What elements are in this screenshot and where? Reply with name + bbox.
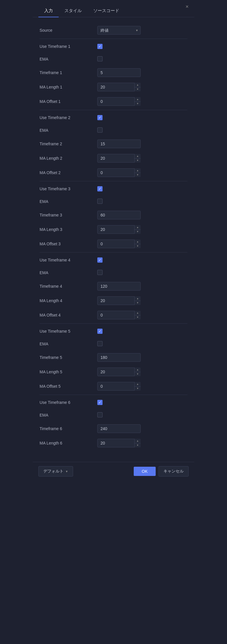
divider-2 <box>40 110 187 110</box>
use-timeframe3-checkbox[interactable]: ✓ <box>97 186 103 191</box>
ma-offset3-spinner-btns: ▲ ▼ <box>134 240 141 248</box>
divider-5 <box>40 323 187 324</box>
ema4-row: EMA <box>40 266 187 279</box>
ma-length3-spinner: ▲ ▼ <box>97 225 141 234</box>
divider-6 <box>40 395 187 395</box>
ma-offset1-row: MA Offset 1 ▲ ▼ <box>40 94 187 109</box>
ma-offset3-down-button[interactable]: ▼ <box>135 244 141 248</box>
ma-length1-control: ▲ ▼ <box>97 83 187 91</box>
ma-offset2-spinner-btns: ▲ ▼ <box>134 168 141 177</box>
timeframe6-input[interactable] <box>97 424 141 433</box>
ma-length3-spinner-btns: ▲ ▼ <box>134 225 141 234</box>
ma-offset4-spinner: ▲ ▼ <box>97 311 141 319</box>
ma-offset1-up-button[interactable]: ▲ <box>135 97 141 102</box>
ma-offset1-label: MA Offset 1 <box>40 99 97 104</box>
ema6-checkbox[interactable] <box>97 412 103 417</box>
ma-length3-down-button[interactable]: ▼ <box>135 230 141 234</box>
use-timeframe3-label: Use Timeframe 3 <box>40 187 97 191</box>
ma-length5-label: MA Length 5 <box>40 370 97 374</box>
ma-offset3-control: ▲ ▼ <box>97 240 187 248</box>
ma-length6-control: ▲ ▼ <box>97 439 187 447</box>
ma-offset5-down-button[interactable]: ▼ <box>135 387 141 391</box>
ma-length2-spinner-btns: ▲ ▼ <box>134 154 141 163</box>
use-timeframe4-checkbox[interactable]: ✓ <box>97 257 103 263</box>
ema4-checkbox[interactable] <box>97 270 103 275</box>
timeframe2-input[interactable] <box>97 140 141 148</box>
checkmark-icon: ✓ <box>98 401 101 404</box>
checkmark-icon: ✓ <box>98 116 101 119</box>
ok-button[interactable]: OK <box>134 467 156 476</box>
ma-length1-spinner: ▲ ▼ <box>97 83 141 91</box>
ma-length1-down-button[interactable]: ▼ <box>135 87 141 92</box>
timeframe6-label: Timeframe 6 <box>40 426 97 431</box>
use-timeframe6-checkbox[interactable]: ✓ <box>97 400 103 405</box>
ma-length6-up-button[interactable]: ▲ <box>135 439 141 443</box>
ma-length3-up-button[interactable]: ▲ <box>135 225 141 230</box>
ma-length5-control: ▲ ▼ <box>97 368 187 376</box>
ma-length4-spinner: ▲ ▼ <box>97 296 141 305</box>
ma-offset1-down-button[interactable]: ▼ <box>135 102 141 106</box>
checkmark-icon: ✓ <box>98 258 101 262</box>
ma-offset2-up-button[interactable]: ▲ <box>135 168 141 173</box>
timeframe4-label: Timeframe 4 <box>40 284 97 289</box>
ma-offset2-down-button[interactable]: ▼ <box>135 173 141 177</box>
tab-source[interactable]: ソースコード <box>88 5 125 17</box>
ma-length2-label: MA Length 2 <box>40 156 97 161</box>
timeframe1-input[interactable] <box>97 68 141 77</box>
ema5-checkbox[interactable] <box>97 341 103 346</box>
ma-offset4-down-button[interactable]: ▼ <box>135 315 141 320</box>
default-button[interactable]: デフォルト ▼ <box>38 466 73 477</box>
use-timeframe2-label: Use Timeframe 2 <box>40 115 97 120</box>
timeframe3-input[interactable] <box>97 211 141 219</box>
ema6-control <box>97 412 187 418</box>
timeframe4-input[interactable] <box>97 282 141 291</box>
ma-length6-down-button[interactable]: ▼ <box>135 443 141 448</box>
ma-offset4-label: MA Offset 4 <box>40 313 97 317</box>
cancel-button[interactable]: キャンセル <box>159 466 189 477</box>
source-select[interactable]: 終値 <box>97 26 141 35</box>
timeframe5-input[interactable] <box>97 353 141 362</box>
timeframe3-label: Timeframe 3 <box>40 213 97 217</box>
tab-style[interactable]: スタイル <box>59 5 88 17</box>
ma-length2-down-button[interactable]: ▼ <box>135 159 141 163</box>
ma-length5-spinner: ▲ ▼ <box>97 368 141 376</box>
source-row: Source 終値 ▼ <box>40 23 187 37</box>
ma-length5-down-button[interactable]: ▼ <box>135 372 141 376</box>
ma-offset4-up-button[interactable]: ▲ <box>135 311 141 315</box>
ma-length2-up-button[interactable]: ▲ <box>135 154 141 159</box>
ma-offset5-up-button[interactable]: ▲ <box>135 382 141 387</box>
ma-length4-up-button[interactable]: ▲ <box>135 296 141 301</box>
ma-length2-control: ▲ ▼ <box>97 154 187 163</box>
ma-length1-label: MA Length 1 <box>40 85 97 89</box>
form-content: Source 終値 ▼ Use Timeframe 1 ✓ EM <box>33 17 194 456</box>
use-timeframe5-checkbox[interactable]: ✓ <box>97 329 103 334</box>
tab-input[interactable]: 入力 <box>38 5 59 17</box>
divider-4 <box>40 252 187 253</box>
ma-offset5-spinner: ▲ ▼ <box>97 382 141 391</box>
use-timeframe3-control: ✓ <box>97 186 187 191</box>
ma-length4-down-button[interactable]: ▼ <box>135 301 141 305</box>
ema1-checkbox[interactable] <box>97 56 103 61</box>
source-control: 終値 ▼ <box>97 26 187 35</box>
ema3-checkbox[interactable] <box>97 199 103 204</box>
ma-length2-spinner: ▲ ▼ <box>97 154 141 163</box>
timeframe1-control <box>97 68 187 77</box>
ma-length6-row: MA Length 6 ▲ ▼ <box>40 436 187 450</box>
ma-length3-control: ▲ ▼ <box>97 225 187 234</box>
close-button[interactable]: × <box>185 4 189 9</box>
ema2-label: EMA <box>40 128 97 133</box>
ma-offset4-spinner-btns: ▲ ▼ <box>134 311 141 319</box>
checkmark-icon: ✓ <box>98 329 101 333</box>
ema5-row: EMA <box>40 338 187 350</box>
ma-offset3-label: MA Offset 3 <box>40 242 97 246</box>
ma-length5-up-button[interactable]: ▲ <box>135 368 141 372</box>
ma-length1-up-button[interactable]: ▲ <box>135 83 141 87</box>
ma-offset2-spinner: ▲ ▼ <box>97 168 141 177</box>
use-timeframe5-control: ✓ <box>97 329 187 334</box>
ema2-checkbox[interactable] <box>97 127 103 133</box>
use-timeframe2-control: ✓ <box>97 115 187 120</box>
timeframe2-row: Timeframe 2 <box>40 137 187 151</box>
ma-offset3-up-button[interactable]: ▲ <box>135 240 141 244</box>
use-timeframe1-checkbox[interactable]: ✓ <box>97 44 103 49</box>
use-timeframe2-checkbox[interactable]: ✓ <box>97 115 103 120</box>
